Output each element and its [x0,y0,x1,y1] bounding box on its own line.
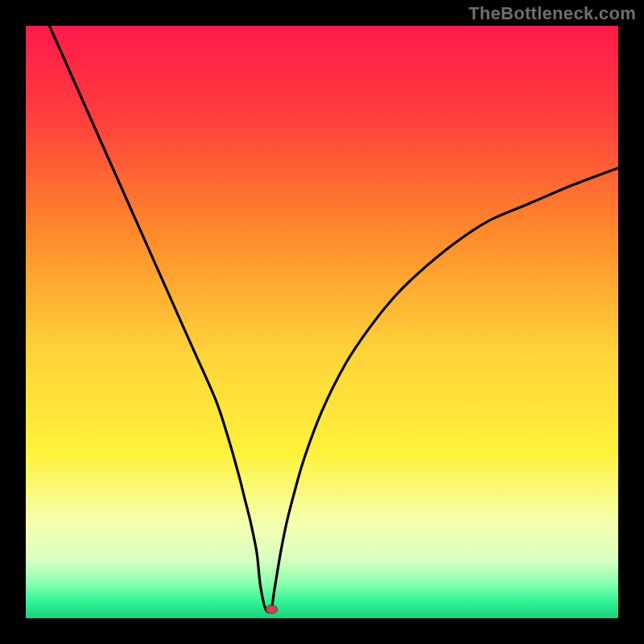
plot-area [26,26,618,618]
gradient-background [26,26,618,618]
plot-svg [26,26,618,618]
chart-frame: TheBottleneck.com [0,0,644,644]
watermark-text: TheBottleneck.com [469,3,636,24]
optimal-point-marker [266,605,277,613]
